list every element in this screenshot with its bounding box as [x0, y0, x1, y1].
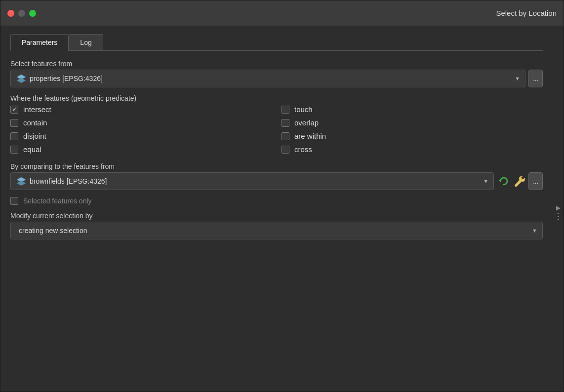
comparing-features-ellipsis[interactable]: ...: [528, 172, 543, 190]
checkbox-touch-label: touch: [294, 105, 313, 114]
comparing-features-arrow: ▼: [483, 178, 488, 184]
checkbox-equal-label: equal: [23, 145, 41, 154]
comparing-features-dropdown[interactable]: brownfields [EPSG:4326] ▼: [10, 172, 494, 190]
refresh-icon[interactable]: [497, 174, 511, 188]
comparing-features-value: brownfields [EPSG:4326]: [27, 177, 480, 185]
tabs: Parameters Log: [10, 34, 543, 51]
minimize-button[interactable]: [18, 10, 25, 17]
checkbox-equal-box[interactable]: [10, 146, 18, 154]
checkbox-overlap[interactable]: overlap: [282, 118, 543, 127]
comparing-features-row: brownfields [EPSG:4326] ▼: [10, 172, 543, 190]
dot-3: [558, 219, 559, 220]
checkbox-touch[interactable]: touch: [282, 105, 543, 114]
geometric-predicate-section: Where the features (geometric predicate)…: [10, 94, 543, 156]
modify-selection-section: Modify current selection by creating new…: [10, 212, 543, 239]
comparing-features-section: By comparing to the features from brownf…: [10, 162, 543, 190]
checkbox-contain[interactable]: contain: [10, 118, 272, 127]
checkbox-overlap-label: overlap: [294, 118, 319, 127]
select-features-ellipsis[interactable]: ...: [528, 70, 543, 87]
select-features-arrow: ▼: [515, 76, 520, 81]
select-features-dropdown[interactable]: properties [EPSG:4326] ▼: [10, 70, 525, 87]
selected-features-checkbox[interactable]: [10, 197, 18, 205]
dot-1: [558, 213, 559, 214]
panel: Parameters Log Select features from prop: [0, 26, 553, 392]
side-arrow[interactable]: ▶: [553, 197, 564, 211]
window-title: Select by Location: [496, 9, 557, 17]
action-icons: ...: [497, 172, 543, 190]
checkbox-are-within-box[interactable]: [282, 132, 289, 140]
checkbox-are-within-label: are within: [294, 132, 326, 140]
comparing-features-label: By comparing to the features from: [10, 162, 543, 170]
layer-icon: [16, 73, 27, 84]
dot-2: [558, 216, 559, 217]
tab-log[interactable]: Log: [69, 34, 103, 50]
checkbox-cross-box[interactable]: [282, 146, 289, 154]
checkboxes-grid: intersect touch contain ov: [10, 103, 543, 156]
checkbox-cross-label: cross: [294, 145, 312, 154]
select-features-value: properties [EPSG:4326]: [27, 75, 512, 82]
modify-selection-dropdown[interactable]: creating new selection ▼: [10, 222, 543, 239]
checkbox-contain-label: contain: [23, 118, 47, 127]
modify-selection-arrow: ▼: [532, 228, 537, 234]
svg-marker-4: [499, 180, 502, 182]
select-features-row: properties [EPSG:4326] ▼ ...: [10, 70, 543, 87]
select-features-label: Select features from: [10, 60, 543, 68]
checkbox-intersect-box[interactable]: [10, 106, 18, 114]
selected-features-label: Selected features only: [23, 197, 92, 205]
svg-marker-1: [17, 78, 26, 83]
main-content: Parameters Log Select features from prop: [0, 26, 564, 392]
select-features-section: Select features from properties [EPSG:43…: [10, 60, 543, 87]
checkbox-touch-box[interactable]: [282, 106, 289, 114]
checkbox-equal[interactable]: equal: [10, 145, 272, 154]
close-button[interactable]: [7, 10, 14, 17]
tab-parameters[interactable]: Parameters: [10, 34, 69, 51]
modify-selection-value: creating new selection: [16, 227, 529, 235]
checkbox-disjoint-box[interactable]: [10, 132, 18, 140]
side-dots: ▶: [553, 26, 564, 392]
checkbox-overlap-box[interactable]: [282, 119, 289, 127]
geometric-predicate-label: Where the features (geometric predicate): [10, 94, 543, 102]
comparing-layer-icon: [16, 176, 27, 187]
checkbox-contain-box[interactable]: [10, 119, 18, 127]
checkbox-cross[interactable]: cross: [282, 145, 543, 154]
window: Select by Location Parameters Log Select…: [0, 0, 564, 392]
maximize-button[interactable]: [29, 10, 36, 17]
wrench-icon[interactable]: [513, 174, 526, 188]
svg-marker-3: [17, 181, 26, 186]
checkbox-disjoint-label: disjoint: [23, 132, 46, 140]
checkbox-are-within[interactable]: are within: [282, 132, 543, 140]
checkbox-intersect[interactable]: intersect: [10, 105, 272, 114]
traffic-lights: [7, 10, 36, 17]
modify-selection-label: Modify current selection by: [10, 212, 543, 220]
selected-features-row: Selected features only: [10, 197, 543, 205]
titlebar: Select by Location: [0, 0, 564, 26]
checkbox-disjoint[interactable]: disjoint: [10, 132, 272, 140]
checkbox-intersect-label: intersect: [23, 105, 51, 114]
